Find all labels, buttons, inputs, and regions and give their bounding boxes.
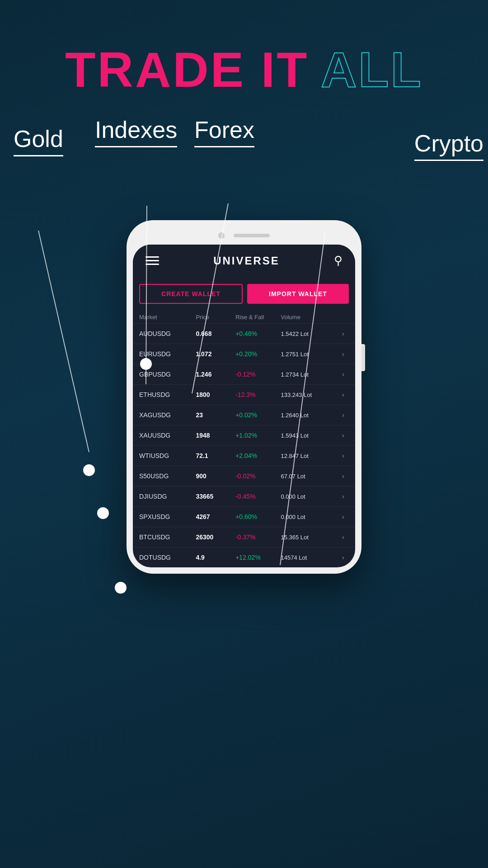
cell-volume: 67.07 Lot (281, 473, 338, 480)
cell-price: 900 (196, 472, 235, 480)
cell-price: 1800 (196, 391, 235, 398)
table-row[interactable]: XAGUSDG 23 +0.02% 1.2640 Lot › (133, 405, 355, 425)
cell-arrow: › (338, 350, 349, 358)
cell-price: 1948 (196, 432, 235, 439)
cell-price: 4267 (196, 513, 235, 520)
phone-outer: UNIVERSE ⚲ CREATE WALLET IMPORT WALLET M… (127, 220, 361, 574)
cell-volume: 0.000 Lot (281, 514, 338, 520)
cell-market: XAUUSDG (139, 432, 196, 439)
cell-arrow: › (338, 411, 349, 419)
cell-market: WTIUSDG (139, 452, 196, 459)
col-header-price: Price (196, 314, 235, 321)
cell-rise-fall: -0.12% (235, 371, 281, 378)
table-row[interactable]: S50USDG 900 -0.02% 67.07 Lot › (133, 466, 355, 486)
label-indexes: Indexes (95, 116, 177, 147)
cell-arrow: › (338, 493, 349, 500)
cell-price: 0.668 (196, 330, 235, 337)
cell-arrow: › (338, 371, 349, 378)
cell-market: AUDUSDG (139, 330, 196, 337)
cell-price: 26300 (196, 533, 235, 541)
cell-price: 33665 (196, 493, 235, 500)
cell-rise-fall: -0.37% (235, 533, 281, 541)
table-body: AUDUSDG 0.668 +0.46% 1.5422 Lot › EURUSD… (133, 323, 355, 567)
phone-mockup: UNIVERSE ⚲ CREATE WALLET IMPORT WALLET M… (0, 220, 488, 574)
create-wallet-button[interactable]: CREATE WALLET (139, 284, 243, 304)
cell-arrow: › (338, 452, 349, 459)
cell-arrow: › (338, 391, 349, 398)
app-header: UNIVERSE ⚲ (133, 245, 355, 277)
cell-rise-fall: +2.04% (235, 452, 281, 459)
table-row[interactable]: DOTUSDG 4.9 +12.02% 14574 Lot › (133, 547, 355, 567)
phone-side-button (361, 344, 365, 371)
cell-price: 23 (196, 411, 235, 419)
table-row[interactable]: AUDUSDG 0.668 +0.46% 1.5422 Lot › (133, 323, 355, 344)
label-crypto: Crypto (414, 130, 483, 161)
cell-volume: 12.847 Lot (281, 453, 338, 459)
label-forex: Forex (194, 116, 254, 147)
cell-volume: 1.2640 Lot (281, 412, 338, 419)
cell-price: 1.246 (196, 371, 235, 378)
table-row[interactable]: WTIUSDG 72.1 +2.04% 12.847 Lot › (133, 445, 355, 466)
table-row[interactable]: DJIUSDG 33665 -0.45% 0.000 Lot › (133, 486, 355, 506)
cell-rise-fall: +0.60% (235, 513, 281, 520)
cell-arrow: › (338, 554, 349, 561)
cell-rise-fall: +0.20% (235, 350, 281, 358)
col-header-market: Market (139, 314, 196, 321)
cell-rise-fall: -0.45% (235, 493, 281, 500)
cell-arrow: › (338, 513, 349, 520)
cell-market: DJIUSDG (139, 493, 196, 500)
phone-top-bar (133, 226, 355, 245)
cell-arrow: › (338, 432, 349, 439)
table-row[interactable]: ETHUSDG 1800 -12.3% 133.243 Lot › (133, 384, 355, 405)
table-row[interactable]: GBPUSDG 1.246 -0.12% 1.2734 Lot › (133, 364, 355, 384)
cell-volume: 1.5943 Lot (281, 432, 338, 439)
table-row[interactable]: EURUSDG 1.072 +0.20% 1.2751 Lot › (133, 344, 355, 364)
cell-rise-fall: -12.3% (235, 391, 281, 398)
labels-area: Gold Indexes Forex Crypto (0, 112, 488, 238)
cell-market: ETHUSDG (139, 391, 196, 398)
col-header-rise-fall: Rise & Fall (235, 314, 281, 321)
table-row[interactable]: SPXUSDG 4267 +0.60% 0.000 Lot › (133, 506, 355, 527)
cell-market: GBPUSDG (139, 371, 196, 378)
cell-volume: 1.2734 Lot (281, 371, 338, 378)
headline-all: ALL (321, 42, 423, 97)
cell-market: SPXUSDG (139, 513, 196, 520)
import-wallet-button[interactable]: IMPORT WALLET (247, 284, 349, 304)
headline-section: TRADE IT ALL (0, 0, 488, 112)
cell-rise-fall: +12.02% (235, 554, 281, 561)
cell-volume: 0.000 Lot (281, 493, 338, 500)
table-row[interactable]: BTCUSDG 26300 -0.37% 15.365 Lot › (133, 527, 355, 547)
cell-rise-fall: +0.46% (235, 330, 281, 337)
cell-price: 4.9 (196, 554, 235, 561)
cell-market: S50USDG (139, 472, 196, 480)
cell-market: DOTUSDG (139, 554, 196, 561)
cell-price: 1.072 (196, 350, 235, 358)
cell-market: BTCUSDG (139, 533, 196, 541)
phone-speaker (234, 234, 270, 237)
cell-arrow: › (338, 472, 349, 480)
table-row[interactable]: XAUUSDG 1948 +1.02% 1.5943 Lot › (133, 425, 355, 445)
phone-screen: UNIVERSE ⚲ CREATE WALLET IMPORT WALLET M… (133, 245, 355, 567)
market-table: Market Price Rise & Fall Volume AUDUSDG … (133, 311, 355, 567)
cell-market: XAGUSDG (139, 411, 196, 419)
search-icon[interactable]: ⚲ (334, 254, 343, 268)
cell-volume: 14574 Lot (281, 554, 338, 561)
table-header: Market Price Rise & Fall Volume (133, 311, 355, 323)
cell-arrow: › (338, 330, 349, 337)
phone-camera (218, 232, 225, 239)
cell-rise-fall: +0.02% (235, 411, 281, 419)
cell-price: 72.1 (196, 452, 235, 459)
col-header-volume: Volume (281, 314, 338, 321)
wallet-buttons: CREATE WALLET IMPORT WALLET (133, 277, 355, 311)
cell-volume: 1.5422 Lot (281, 330, 338, 337)
cell-volume: 15.365 Lot (281, 534, 338, 541)
cell-rise-fall: -0.02% (235, 472, 281, 480)
cell-rise-fall: +1.02% (235, 432, 281, 439)
headline-trade-it: TRADE IT (65, 42, 309, 97)
app-title: UNIVERSE (213, 255, 280, 267)
cell-volume: 133.243 Lot (281, 392, 338, 398)
hamburger-menu-icon[interactable] (145, 256, 159, 265)
svg-point-7 (115, 582, 126, 593)
label-gold: Gold (14, 125, 63, 156)
cell-volume: 1.2751 Lot (281, 351, 338, 358)
